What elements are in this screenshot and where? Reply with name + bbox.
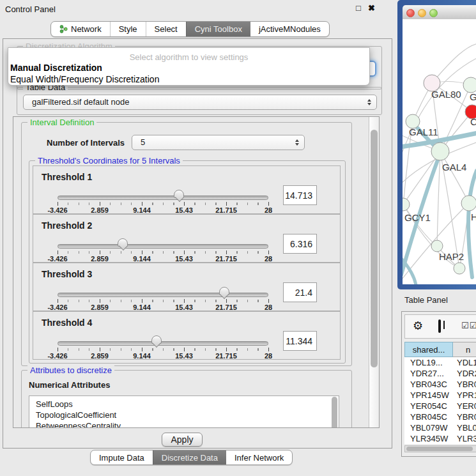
mac-zoom-button[interactable] <box>429 9 438 17</box>
slider-scale-label: 15.43 <box>175 206 193 214</box>
threshold-4-slider-track[interactable] <box>58 341 268 346</box>
threshold-2-slider-thumb[interactable] <box>118 238 128 251</box>
threshold-4-slider-thumb[interactable] <box>151 335 162 348</box>
attribute-item[interactable]: BetweennessCentrality <box>29 420 339 428</box>
tab-cyni-toolbox-label: Cyni Toolbox <box>195 24 242 34</box>
table-row[interactable]: YBR043CYBR0 <box>404 379 476 390</box>
table-data-combobox[interactable]: galFiltered.sif default node <box>23 95 377 110</box>
threshold-1-panel: Threshold 1 -3.4262.8599.14415.4321.7152… <box>33 165 341 214</box>
threshold-2-slider-ticks <box>58 250 269 254</box>
mac-close-button[interactable] <box>406 9 415 17</box>
tab-network[interactable]: Network <box>51 22 110 36</box>
table-cell: YER0 <box>452 401 476 411</box>
threshold-3-slider-thumb[interactable] <box>219 287 229 300</box>
tab-jactivemnodules[interactable]: jActiveMNodules <box>250 22 329 36</box>
slider-scale-label: -3.426 <box>47 206 67 214</box>
table-row[interactable]: YDL19...YDL1 <box>404 357 476 368</box>
algorithm-option-equal-width[interactable]: Equal Width/Frequency Discretization <box>8 73 369 85</box>
slider-scale-label: 28 <box>265 255 272 263</box>
attribute-item[interactable]: SelfLoops <box>29 399 339 410</box>
tab-network-label: Network <box>71 24 102 34</box>
slider-scale-label: -3.426 <box>47 303 67 311</box>
threshold-1-slider-track[interactable] <box>58 196 268 200</box>
network-node-label: H <box>471 211 476 222</box>
tab-infer-network[interactable]: Infer Network <box>226 450 292 464</box>
table-row[interactable]: YBL079WYBL0 <box>404 422 476 433</box>
network-node-label: HAP2 <box>439 251 464 262</box>
network-node[interactable] <box>431 240 443 252</box>
slider-scale-label: 2.859 <box>91 255 109 263</box>
control-panel-tabs: Network Style Select Cyni Toolbox jActiv… <box>50 21 330 37</box>
threshold-3-slider-track[interactable] <box>58 293 268 297</box>
slider-scale-label: 28 <box>265 303 272 311</box>
column-header-name[interactable]: n <box>453 342 476 357</box>
threshold-2-panel: Threshold 2 -3.4262.8599.14415.4321.7152… <box>33 214 341 263</box>
tab-style[interactable]: Style <box>110 22 146 36</box>
apply-button[interactable]: Apply <box>162 433 203 447</box>
threshold-4-value-field[interactable]: 11.344 <box>283 331 317 351</box>
slider-scale-label: 15.43 <box>175 255 193 263</box>
threshold-2-slider-track[interactable] <box>58 244 268 249</box>
attributes-list-scrollbar[interactable] <box>332 397 337 428</box>
network-node[interactable] <box>454 263 465 274</box>
slider-scale-label: 2.859 <box>91 352 109 360</box>
threshold-3-slider-ticks <box>58 299 269 303</box>
close-window-icon[interactable]: ✖ <box>368 4 375 13</box>
table-cell: YPR1 <box>452 390 476 401</box>
table-cell: YBL079W <box>404 422 452 433</box>
numerical-attributes-list[interactable]: SelfLoopsTopologicalCoefficientBetweenne… <box>29 395 339 428</box>
network-node[interactable] <box>403 198 410 211</box>
tab-select[interactable]: Select <box>146 22 186 36</box>
table-row[interactable]: YLR345WYLR3 <box>404 433 476 444</box>
pane-scrollbar-thumb[interactable] <box>371 130 378 367</box>
threshold-3-label: Threshold 3 <box>42 269 92 279</box>
table-settings-gear-icon[interactable]: ⚙ <box>413 319 423 333</box>
slider-scale-label: -3.426 <box>47 352 67 360</box>
mac-minimize-button[interactable] <box>418 9 426 17</box>
number-of-intervals-label: Number of Intervals <box>47 138 125 148</box>
threshold-1-slider-ticks <box>58 202 269 206</box>
table-cell: YBR0 <box>452 379 476 390</box>
tab-impute-data[interactable]: Impute Data <box>91 450 153 464</box>
threshold-1-slider-thumb[interactable] <box>174 190 184 203</box>
table-hscrollbar-track[interactable] <box>404 445 476 452</box>
slider-scale-label: 21.715 <box>215 206 237 214</box>
algorithm-option-manual[interactable]: Manual Discretization <box>8 62 369 73</box>
column-header-shared-name[interactable]: shared... <box>404 342 453 357</box>
table-panel-title: Table Panel <box>404 295 448 305</box>
network-node[interactable] <box>461 196 476 211</box>
network-canvas[interactable]: GAL80GCGAL11GAL4GCY1HHAP2 <box>403 19 476 284</box>
threshold-4-slider-scale: -3.4262.8599.14415.4321.71528 <box>58 352 268 360</box>
table-row[interactable]: YER054CYER0 <box>404 401 476 411</box>
network-node[interactable] <box>463 77 476 93</box>
table-row[interactable]: YDR27...YDR2 <box>404 368 476 379</box>
threshold-1-value-field[interactable]: 14.713 <box>283 185 317 205</box>
tab-cyni-toolbox[interactable]: Cyni Toolbox <box>186 22 250 36</box>
network-window-frame: GAL80GCGAL11GAL4GCY1HHAP2 <box>397 0 476 289</box>
algorithm-dropdown-popup: Select algorithm to view settings Manual… <box>8 47 370 86</box>
slider-scale-label: 21.715 <box>215 352 237 360</box>
threshold-1-label: Threshold 1 <box>42 172 92 182</box>
table-row[interactable]: YPR145WYPR1 <box>404 390 476 401</box>
float-window-icon[interactable]: □ <box>356 4 361 13</box>
number-of-intervals-spinner[interactable]: 5 <box>132 135 305 150</box>
table-cell: YER054C <box>404 401 452 411</box>
table-select-all-checkboxes-icon[interactable]: ☑☑ <box>461 321 476 330</box>
threshold-4-panel: Threshold 4 -3.4262.8599.14415.4321.7152… <box>33 311 341 360</box>
slider-scale-label: 2.859 <box>91 303 109 311</box>
tab-select-label: Select <box>155 24 178 34</box>
threshold-3-slider-scale: -3.4262.8599.14415.4321.71528 <box>58 303 268 311</box>
threshold-2-value-field[interactable]: 6.316 <box>283 234 317 254</box>
tab-discretize-data[interactable]: Discretize Data <box>153 450 226 464</box>
table-hscrollbar-thumb[interactable] <box>406 447 473 451</box>
number-of-intervals-value: 5 <box>132 135 304 150</box>
tab-jactivemnodules-label: jActiveMNodules <box>259 24 321 34</box>
algorithm-popup-hint: Select algorithm to view settings <box>8 48 369 62</box>
table-cell: YLR345W <box>404 433 452 444</box>
threshold-3-value-field[interactable]: 21.4 <box>283 282 317 302</box>
network-node[interactable] <box>431 142 449 160</box>
table-data-selected-value: galFiltered.sif default node <box>24 95 376 109</box>
table-columns-icon[interactable] <box>438 319 441 333</box>
table-row[interactable]: YBR045CYBR0 <box>404 411 476 422</box>
attribute-item[interactable]: TopologicalCoefficient <box>29 410 339 420</box>
